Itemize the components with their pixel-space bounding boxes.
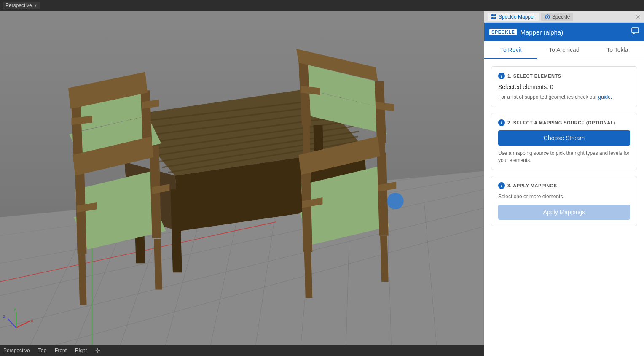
svg-point-84	[547, 16, 548, 18]
section-3-header: i 3. APPLY MAPPINGS	[498, 182, 630, 189]
section-3-hint: Select one or more elements.	[498, 193, 630, 200]
selected-count: Selected elements: 0	[498, 84, 630, 90]
section-2-header: i 2. SELECT A MAPPING SOURCE (optional)	[498, 119, 630, 126]
nav-tab-to-revit[interactable]: To Revit	[484, 41, 537, 59]
right-panel: Speckle Mapper Speckle ✕ SPECKLE Mapper …	[484, 11, 644, 356]
tab-speckle-label: Speckle	[552, 14, 570, 20]
svg-rect-80	[494, 14, 496, 16]
viewport-tabs: Perspective Top Front Right ✛	[0, 345, 484, 356]
perspective-label-text: Perspective	[5, 3, 32, 8]
3d-viewport[interactable]: x y z	[0, 11, 484, 345]
perspective-dropdown[interactable]: Perspective ▼	[3, 2, 40, 9]
svg-rect-81	[491, 17, 494, 19]
panel-close-button[interactable]: ✕	[636, 13, 641, 20]
info-icon-1: i	[498, 73, 505, 79]
section-2-title: 2. SELECT A MAPPING SOURCE (optional)	[507, 120, 615, 125]
apply-mappings-button: Apply Mappings	[498, 205, 630, 220]
panel-tab-bar: Speckle Mapper Speckle ✕	[484, 11, 644, 23]
add-viewport-button[interactable]: ✛	[94, 346, 102, 355]
nav-tab-to-tekla[interactable]: To Tekla	[591, 41, 644, 59]
speckle-logo: SPECKLE	[489, 29, 517, 35]
svg-marker-70	[304, 252, 313, 298]
choose-stream-button[interactable]: Choose Stream	[498, 130, 630, 146]
panel-content: i 1. SELECT ELEMENTS Selected elements: …	[484, 59, 644, 356]
mapper-title: Mapper (alpha)	[520, 29, 563, 36]
chat-icon[interactable]	[631, 27, 639, 37]
svg-text:z: z	[3, 313, 6, 318]
info-icon-3: i	[498, 182, 505, 189]
info-icon-2: i	[498, 119, 505, 126]
section-3-title: 3. APPLY MAPPINGS	[507, 183, 557, 188]
svg-rect-82	[494, 17, 496, 19]
puzzle-icon	[491, 14, 497, 20]
svg-marker-62	[154, 239, 162, 289]
tab-right[interactable]: Right	[73, 347, 89, 354]
section-1-title: 1. SELECT ELEMENTS	[507, 73, 561, 78]
svg-rect-85	[632, 28, 639, 33]
section-2-hint: Use a mapping source to pick the right t…	[498, 150, 630, 164]
guide-link[interactable]: guide.	[598, 94, 612, 100]
section-mapping-source: i 2. SELECT A MAPPING SOURCE (optional) …	[491, 113, 637, 170]
section-1-header: i 1. SELECT ELEMENTS	[498, 73, 630, 79]
section-select-elements: i 1. SELECT ELEMENTS Selected elements: …	[491, 66, 637, 107]
mapper-header: SPECKLE Mapper (alpha)	[484, 23, 644, 41]
perspective-arrow-icon: ▼	[34, 3, 38, 8]
main-content: x y z Perspective Top Front Right ✛	[0, 11, 644, 356]
svg-text:y: y	[14, 306, 16, 311]
section-1-hint: For a list of supported geometries check…	[498, 94, 630, 101]
section-apply-mappings: i 3. APPLY MAPPINGS Select one or more e…	[491, 176, 637, 226]
speckle-tab-icon	[545, 14, 550, 20]
nav-tab-to-archicad[interactable]: To Archicad	[537, 41, 590, 59]
nav-tabs: To Revit To Archicad To Tekla	[484, 41, 644, 59]
tab-perspective[interactable]: Perspective	[2, 347, 32, 354]
tab-speckle-mapper[interactable]: Speckle Mapper	[488, 13, 539, 21]
tab-speckle[interactable]: Speckle	[541, 13, 574, 21]
top-bar: Perspective ▼	[0, 0, 644, 11]
tab-front[interactable]: Front	[53, 347, 68, 354]
scene-svg: x y z	[0, 11, 484, 345]
svg-point-72	[387, 193, 403, 209]
svg-marker-61	[78, 254, 87, 305]
svg-rect-79	[491, 14, 494, 16]
svg-marker-71	[380, 236, 389, 282]
tab-speckle-mapper-label: Speckle Mapper	[499, 14, 535, 20]
tab-top[interactable]: Top	[37, 347, 48, 354]
svg-text:x: x	[31, 318, 33, 323]
